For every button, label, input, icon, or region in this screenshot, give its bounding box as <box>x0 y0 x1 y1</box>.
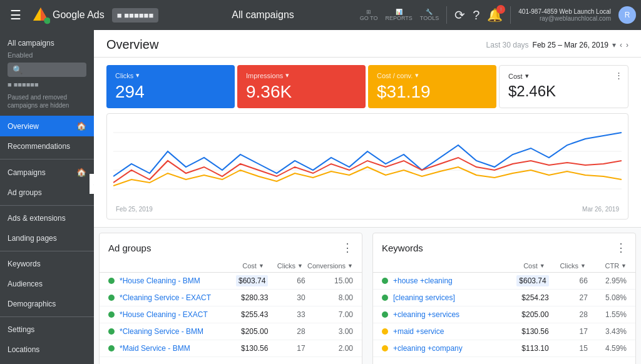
kw-col-clicks-header[interactable]: Clicks ▼ <box>545 262 586 270</box>
col-clicks-header[interactable]: Clicks ▼ <box>264 262 303 270</box>
sidebar-item-settings[interactable]: Settings <box>0 320 94 340</box>
sidebar-item-ad-groups[interactable]: Ad groups <box>0 183 94 203</box>
menu-icon[interactable]: ☰ <box>5 5 26 25</box>
sidebar-divider-1 <box>0 159 94 159</box>
notification-count: ! <box>496 5 505 14</box>
kw-clicks: 28 <box>549 310 588 319</box>
left-sidebar: All campaigns Enabled 🔍 ■ ■■■■■■ Paused … <box>0 30 94 364</box>
date-prev-icon[interactable]: ‹ <box>620 41 622 49</box>
sidebar-item-recommendations[interactable]: Recommendations <box>0 136 94 156</box>
keyword-name[interactable]: [cleaning services] <box>393 293 493 302</box>
kw-col-ctr-header[interactable]: CTR ▼ <box>586 262 627 270</box>
keyword-row: +maid +service $130.56 17 3.43% <box>373 323 635 340</box>
kw-cost: $205.00 <box>493 310 549 319</box>
kw-status-dot <box>382 295 388 301</box>
metric-impressions[interactable]: Impressions ▾ 9.36K <box>237 65 366 108</box>
ad-group-conv: 8.00 <box>305 293 353 302</box>
ad-group-row: *House Cleaning - EXACT $255.43 33 7.00 <box>100 306 362 323</box>
notifications-button[interactable]: 🔔 ! <box>487 8 503 23</box>
metrics-row: Clicks ▾ 294 Impressions ▾ 9.36K Cost / … <box>106 65 628 108</box>
user-info: 401-987-4859 Web Launch Local ray@weblau… <box>518 8 611 22</box>
col-cost-header[interactable]: Cost ▼ <box>208 262 264 270</box>
ad-group-cost: $205.00 <box>215 327 269 336</box>
sidebar-item-overview[interactable]: Overview 🏠 <box>0 116 94 136</box>
keywords-table-title: Keywords <box>382 243 615 253</box>
sidebar-campaign-name[interactable]: All campaigns <box>8 36 86 50</box>
metric-more-icon[interactable]: ⋮ <box>615 71 623 80</box>
top-navigation: ☰ Google Ads ■ ■■■■■■ All campaigns ⊞ GO… <box>0 0 641 30</box>
sidebar-item-ads-extensions[interactable]: Ads & extensions <box>0 208 94 228</box>
date-range: Last 30 days Feb 25 – Mar 26, 2019 ▾ ‹ › <box>486 41 628 49</box>
sidebar-search-input[interactable] <box>23 66 81 74</box>
user-email: ray@weblaunchlocal.com <box>540 15 611 22</box>
sidebar-item-landing-pages[interactable]: Landing pages <box>0 228 94 248</box>
metric-cost[interactable]: Cost ▾ $2.46K ⋮ <box>499 65 628 108</box>
clicks-label: Clicks ▾ <box>115 71 226 79</box>
sidebar-item-keywords[interactable]: Keywords <box>0 254 94 274</box>
keyword-name[interactable]: +maid +service <box>393 327 493 336</box>
date-dropdown-icon[interactable]: ▾ <box>612 41 616 49</box>
ad-groups-table-title: Ad groups <box>108 243 342 253</box>
kw-status-dot <box>382 345 388 351</box>
sidebar-item-demographics[interactable]: Demographics <box>0 294 94 314</box>
landing-pages-label: Landing pages <box>8 234 57 243</box>
refresh-button[interactable]: ⟳ <box>454 8 465 23</box>
chart-area: Feb 25, 2019 Mar 26, 2019 <box>94 108 641 228</box>
chart-end-date: Mar 26, 2019 <box>582 206 619 213</box>
cost-conv-value: $31.19 <box>377 82 488 102</box>
ad-group-name[interactable]: *Cleaning Service - EXACT <box>120 293 215 302</box>
sidebar-item-locations[interactable]: Locations <box>0 340 94 360</box>
user-avatar[interactable]: R <box>618 6 636 24</box>
ad-groups-footer: ALL AD GROUPS ▶ Page 1 of 10 ∧ ∨ <box>100 357 362 364</box>
keywords-more-icon[interactable]: ⋮ <box>615 241 627 255</box>
campaign-selector[interactable]: All campaigns <box>171 9 354 21</box>
kw-col-cost-header[interactable]: Cost ▼ <box>487 262 545 270</box>
ad-group-clicks: 28 <box>268 327 305 336</box>
cost-conv-dropdown-icon: ▾ <box>415 71 419 79</box>
sidebar-divider-3 <box>0 251 94 251</box>
keywords-table-cols: Cost ▼ Clicks ▼ CTR ▼ <box>373 260 635 273</box>
ad-group-row: *House Cleaning - BMM $603.74 66 15.00 <box>100 273 362 290</box>
sidebar-search-box[interactable]: 🔍 <box>8 63 86 77</box>
sidebar-collapse-button[interactable]: ‹ <box>90 174 94 194</box>
impressions-value: 9.36K <box>246 82 357 102</box>
help-button[interactable]: ? <box>473 8 479 23</box>
sidebar-item-audiences[interactable]: Audiences <box>0 274 94 294</box>
keyword-row: +cleaning +company $113.10 15 4.59% <box>373 340 635 357</box>
ad-group-conv: 3.00 <box>305 327 353 336</box>
recommendations-label: Recommendations <box>8 142 70 151</box>
col-conv-header[interactable]: Conversions ▼ <box>303 262 353 270</box>
sidebar-item-campaigns[interactable]: Campaigns 🏠 <box>0 162 94 183</box>
kw-cost-sort-icon: ▼ <box>540 263 545 269</box>
ad-group-name[interactable]: *Maid Service - BMM <box>120 344 215 353</box>
conv-sort-icon: ▼ <box>347 263 353 269</box>
search-icon: 🔍 <box>13 65 23 74</box>
user-phone: 401-987-4859 Web Launch Local <box>518 8 611 15</box>
ad-group-conv: 15.00 <box>305 276 353 285</box>
goto-button[interactable]: ⊞ GO TO <box>360 9 378 21</box>
tools-button[interactable]: 🔧 TOOLS <box>420 9 439 21</box>
metric-clicks[interactable]: Clicks ▾ 294 <box>106 65 235 108</box>
clicks-value: 294 <box>115 82 226 102</box>
kw-clicks: 17 <box>549 327 588 336</box>
account-selector[interactable]: ■ ■■■■■■ <box>112 8 159 23</box>
kw-ctr: 2.95% <box>588 276 627 285</box>
row-status-dot <box>108 345 115 351</box>
ad-group-name[interactable]: *Cleaning Service - BMM <box>120 327 215 336</box>
kw-ctr-sort-icon: ▼ <box>621 263 627 269</box>
reports-button[interactable]: 📊 REPORTS <box>385 9 412 21</box>
keyword-name[interactable]: +cleaning +company <box>393 344 493 353</box>
ad-group-name[interactable]: *House Cleaning - BMM <box>120 276 215 285</box>
ad-group-name[interactable]: *House Cleaning - EXACT <box>120 310 215 319</box>
sidebar-item-ad-schedule[interactable]: Ad schedule <box>0 360 94 364</box>
keyword-name[interactable]: +cleaning +services <box>393 310 493 319</box>
metric-cost-conv[interactable]: Cost / conv. ▾ $31.19 <box>368 65 496 108</box>
keyword-name[interactable]: +house +cleaning <box>393 276 493 285</box>
date-next-icon[interactable]: › <box>626 41 628 49</box>
campaigns-label: Campaigns <box>8 168 46 177</box>
cost-conv-label: Cost / conv. ▾ <box>377 71 488 79</box>
kw-ctr: 3.43% <box>588 327 627 336</box>
ad-groups-table: Ad groups ⋮ Cost ▼ Clicks ▼ Conversions <box>99 233 362 364</box>
ad-groups-more-icon[interactable]: ⋮ <box>342 241 353 255</box>
kw-cost: $254.23 <box>493 293 549 302</box>
